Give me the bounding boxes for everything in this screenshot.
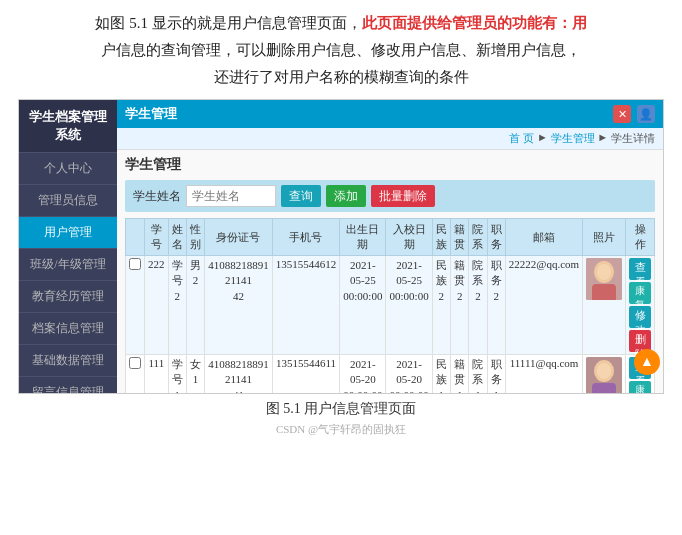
row1-photo [583,256,626,355]
row2-name: 学号1 [168,355,186,394]
intro-line1: 如图 5.1 显示的就是用户信息管理页面， [95,15,361,31]
row2-idcard: 410882188912114141 [205,355,273,394]
row1-idcard: 410882188912114142 [205,256,273,355]
row1-gender: 男2 [186,256,204,355]
scroll-top-button[interactable]: ▲ [634,349,660,375]
breadcrumb-parent[interactable]: 学生管理 [551,131,595,146]
figure-caption: 图 5.1 用户信息管理页面 [0,400,682,418]
col-action: 操作 [626,219,655,256]
row1-ethnicity: 民族2 [432,256,450,355]
user-icon[interactable]: 👤 [637,105,655,123]
row2-birth: 2021-05-2000:00:00 [340,355,386,394]
col-email: 邮箱 [505,219,582,256]
top-bar-icons: ✕ 👤 [613,105,655,123]
row2-id: 111 [145,355,169,394]
close-icon[interactable]: ✕ [613,105,631,123]
row1-birth: 2021-05-2500:00:00 [340,256,386,355]
col-idcard: 身份证号 [205,219,273,256]
col-position: 职务 [487,219,505,256]
row2-phone: 13515544611 [272,355,340,394]
row2-checkbox[interactable] [126,355,145,394]
col-name: 姓名 [168,219,186,256]
row2-position: 职务1 [487,355,505,394]
sidebar-item-admin[interactable]: 管理员信息 [19,185,117,217]
col-phone: 手机号 [272,219,340,256]
watermark: CSDN @气宇轩昂的固执狂 [0,422,682,437]
col-checkbox [126,219,145,256]
col-birth: 出生日期 [340,219,386,256]
add-button[interactable]: 添加 [326,185,366,207]
app-container: 学生档案管理系统 个人中心 管理员信息 用户管理 班级/年级管理 教育经历管理 … [18,99,664,394]
col-photo: 照片 [583,219,626,256]
intro-highlight: 此页面提供给管理员的功能有：用 [362,15,587,31]
row2-email: 11111@qq.com [505,355,582,394]
detail-button-1[interactable]: 康复花园 [629,282,651,304]
intro-line2: 户信息的查询管理，可以删除用户信息、修改用户信息、新增用户信息， [101,42,581,58]
svg-point-3 [597,264,611,280]
sidebar-item-base[interactable]: 基础数据管理 [19,345,117,377]
batch-delete-button[interactable]: 批量删除 [371,185,435,207]
detail-button-2[interactable]: 康复花园 [629,381,651,393]
row2-enroll: 2021-05-2000:00:00 [386,355,432,394]
row2-origin: 籍贯1 [450,355,468,394]
svg-rect-6 [592,383,616,393]
breadcrumb: 首 页 ► 学生管理 ► 学生详情 [117,128,663,150]
sidebar-item-files[interactable]: 档案信息管理 [19,313,117,345]
search-input[interactable] [186,185,276,207]
col-enroll: 入校日期 [386,219,432,256]
sidebar-item-message[interactable]: 留言信息管理 [19,377,117,394]
row1-id: 222 [145,256,169,355]
row2-dept: 院系1 [469,355,487,394]
breadcrumb-home[interactable]: 首 页 [509,131,534,146]
modify-button-1[interactable]: 修改 [629,306,651,328]
col-gender: 性别 [186,219,204,256]
row1-enroll: 2021-05-2500:00:00 [386,256,432,355]
top-bar: 学生管理 ✕ 👤 [117,100,663,128]
search-label: 学生姓名 [133,188,181,205]
row1-name: 学号2 [168,256,186,355]
sidebar-item-users[interactable]: 用户管理 [19,217,117,249]
sidebar-item-grade[interactable]: 班级/年级管理 [19,249,117,281]
row1-dept: 院系2 [469,256,487,355]
query-button[interactable]: 查询 [281,185,321,207]
intro-paragraph: 如图 5.1 显示的就是用户信息管理页面，此页面提供给管理员的功能有：用 户信息… [0,0,682,99]
col-origin: 籍贯 [450,219,468,256]
col-ethnicity: 民族 [432,219,450,256]
sidebar-item-education[interactable]: 教育经历管理 [19,281,117,313]
app-title: 学生档案管理系统 [19,100,117,153]
main-content: 学生管理 ✕ 👤 首 页 ► 学生管理 ► 学生详情 学生管理 学生姓名 [117,100,663,393]
intro-line3: 还进行了对用户名称的模糊查询的条件 [214,69,469,85]
data-table: 学号 姓名 性别 身份证号 手机号 出生日期 入校日期 民族 籍贯 院系 职务 … [125,218,655,393]
search-bar: 学生姓名 查询 添加 批量删除 [125,180,655,212]
table-row: 111 学号1 女1 410882188912114141 1351554461… [126,355,655,394]
col-dept: 院系 [469,219,487,256]
row1-actions: 查看 康复花园 修改 删除 [626,256,655,355]
row1-position: 职务2 [487,256,505,355]
svg-rect-2 [592,284,616,300]
action-buttons-1: 查看 康复花园 修改 删除 [629,258,651,352]
svg-point-7 [597,363,611,379]
table-row: 222 学号2 男2 410882188912114142 1351554461… [126,256,655,355]
photo-img-1 [586,258,622,300]
sidebar-item-personal[interactable]: 个人中心 [19,153,117,185]
row1-email: 22222@qq.com [505,256,582,355]
sidebar: 学生档案管理系统 个人中心 管理员信息 用户管理 班级/年级管理 教育经历管理 … [19,100,117,393]
top-bar-title: 学生管理 [125,105,177,123]
photo-img-2 [586,357,622,393]
row2-ethnicity: 民族1 [432,355,450,394]
view-button-1[interactable]: 查看 [629,258,651,280]
col-id: 学号 [145,219,169,256]
row1-origin: 籍贯2 [450,256,468,355]
row1-checkbox[interactable] [126,256,145,355]
row2-gender: 女1 [186,355,204,394]
breadcrumb-current: 学生详情 [611,131,655,146]
row1-phone: 13515544612 [272,256,340,355]
section-title: 学生管理 [125,156,655,174]
row2-photo [583,355,626,394]
content-area: 学生管理 学生姓名 查询 添加 批量删除 学号 姓名 [117,150,663,393]
